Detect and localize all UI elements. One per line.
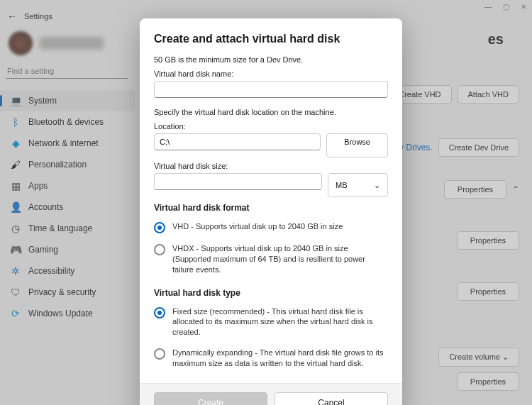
format-option-vhdx[interactable]: VHDX - Supports virtual disk up to 2040 … (154, 240, 388, 282)
type-option-dynamic[interactable]: Dynamically expanding - The virtual hard… (154, 345, 388, 376)
type-option-fixed[interactable]: Fixed size (recommended) - This virtual … (154, 304, 388, 345)
chevron-down-icon: ⌄ (374, 181, 380, 190)
create-vhd-dialog: Create and attach virtual hard disk 50 G… (140, 18, 402, 405)
radio-icon (154, 348, 165, 360)
format-option-vhd[interactable]: VHD - Supports virtual disk up to 2040 G… (154, 218, 388, 240)
radio-icon (154, 307, 165, 318)
size-label: Virtual hard disk size: (154, 162, 388, 170)
min-size-text: 50 GB is the minimum size for a Dev Driv… (154, 55, 388, 64)
location-label: Location: (154, 122, 388, 131)
dialog-title: Create and attach virtual hard disk (154, 33, 388, 45)
cancel-button[interactable]: Cancel (275, 392, 388, 405)
location-intro: Specify the virtual hard disk location o… (154, 108, 388, 116)
vhd-name-input[interactable] (154, 81, 388, 98)
type-heading: Virtual hard disk type (154, 288, 388, 298)
size-input[interactable] (154, 173, 322, 190)
location-input[interactable] (154, 133, 321, 150)
format-heading: Virtual hard disk format (154, 203, 388, 213)
size-unit-select[interactable]: MB⌄ (328, 173, 388, 197)
name-label: Virtual hard disk name: (154, 70, 388, 78)
browse-button[interactable]: Browse (326, 133, 388, 157)
create-button[interactable]: Create (154, 392, 267, 405)
radio-icon (154, 244, 165, 255)
radio-icon (154, 222, 165, 233)
